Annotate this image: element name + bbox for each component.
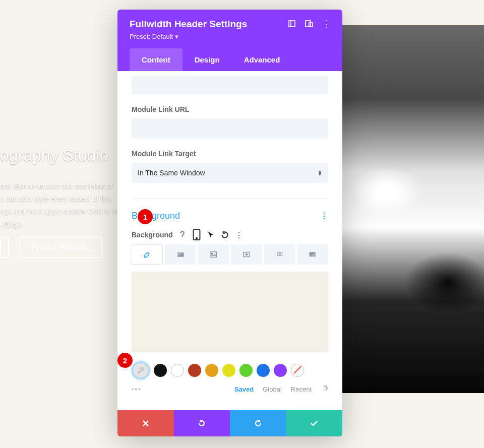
svg-rect-9 [277, 252, 278, 254]
palette-purple[interactable] [274, 364, 287, 377]
section-menu-icon[interactable]: ⋮ [320, 211, 328, 221]
background-label: Background [132, 231, 173, 239]
tab-advanced[interactable]: Advanced [232, 48, 292, 71]
palette-more-icon[interactable]: ••• [132, 386, 142, 393]
bg-tab-color[interactable] [132, 244, 163, 265]
svg-rect-14 [281, 254, 282, 256]
prev-field-input[interactable] [132, 76, 328, 94]
annotation-marker-2: 2 [117, 353, 133, 368]
hero-buttons: Project Planning [0, 237, 102, 258]
bg-tab-gradient[interactable] [165, 244, 196, 265]
svg-rect-12 [277, 254, 278, 256]
palette-red[interactable] [188, 364, 201, 377]
responsive-icon[interactable] [305, 20, 313, 28]
bg-tab-image[interactable] [198, 244, 229, 265]
chevron-down-icon: ▾ [175, 33, 178, 40]
modal-header: Fullwidth Header Settings Preset: Defaul… [117, 10, 342, 71]
svg-rect-13 [279, 254, 281, 256]
link-target-value: In The Same Window [138, 169, 205, 177]
link-url-label: Module Link URL [132, 105, 328, 113]
bg-tab-mask[interactable] [297, 244, 328, 265]
modal-tabs: Content Design Advanced [130, 48, 330, 71]
background-section-header: Background ⋮ [132, 198, 328, 221]
select-arrows-icon: ▲▼ [318, 170, 322, 176]
project-planning-button[interactable]: Project Planning [19, 237, 102, 258]
menu-icon[interactable]: ⋮ [322, 20, 330, 28]
help-icon[interactable]: ? [178, 230, 187, 239]
save-button[interactable] [286, 410, 343, 436]
palette-green[interactable] [239, 364, 253, 377]
hero-button-cut[interactable] [0, 237, 9, 258]
modal-body[interactable]: Module Link URL Module Link Target In Th… [117, 71, 342, 410]
svg-rect-10 [279, 252, 281, 254]
hero-text: ography Studio ere. Edit or remove this … [0, 146, 118, 231]
link-url-input[interactable] [132, 118, 328, 139]
modal-footer [117, 410, 342, 436]
svg-rect-11 [281, 252, 282, 254]
settings-modal: Fullwidth Header Settings Preset: Defaul… [117, 10, 342, 436]
annotation-marker-1: 1 [138, 209, 153, 224]
bg-tab-video[interactable] [231, 244, 262, 265]
palette-transparent[interactable] [291, 364, 304, 377]
more-icon[interactable]: ⋮ [234, 230, 244, 239]
svg-rect-1 [306, 21, 311, 27]
palette-yellow[interactable] [222, 364, 235, 377]
link-target-label: Module Link Target [132, 150, 328, 158]
hero-line: u can also style every aspect of this [0, 195, 111, 203]
svg-point-4 [196, 238, 197, 239]
color-preview[interactable] [132, 272, 328, 352]
palette-global[interactable]: Global [263, 386, 282, 393]
palette-black[interactable] [154, 364, 167, 377]
svg-rect-0 [289, 21, 295, 27]
cancel-button[interactable] [117, 410, 174, 436]
expand-icon[interactable] [288, 20, 296, 28]
tab-content[interactable]: Content [130, 48, 183, 71]
hero-line: ere. Edit or remove this text inline or [0, 182, 113, 190]
palette-settings-icon[interactable] [321, 385, 328, 394]
palette-white[interactable] [171, 364, 184, 377]
background-type-tabs [132, 244, 328, 265]
preset-selector[interactable]: Preset: Default ▾ [130, 33, 178, 40]
modal-title: Fullwidth Header Settings [130, 19, 247, 30]
undo-button[interactable] [174, 410, 230, 436]
tab-design[interactable]: Design [183, 48, 232, 71]
svg-point-7 [211, 253, 212, 254]
palette-source-row: ••• Saved Global Recent [132, 385, 328, 394]
link-target-select[interactable]: In The Same Window ▲▼ [132, 163, 328, 183]
palette-saved[interactable]: Saved [234, 386, 254, 393]
eyedropper-button[interactable] [132, 361, 150, 379]
redo-button[interactable] [230, 410, 286, 436]
bg-tab-pattern[interactable] [264, 244, 295, 265]
palette-recent[interactable]: Recent [291, 386, 312, 393]
hover-icon[interactable] [206, 230, 215, 239]
hero-line: ngs and even apply custom CSS to th [0, 207, 118, 215]
palette-blue[interactable] [257, 364, 270, 377]
palette-orange[interactable] [205, 364, 218, 377]
reset-icon[interactable] [220, 230, 229, 239]
tablet-icon[interactable] [192, 230, 201, 239]
svg-rect-6 [210, 252, 217, 258]
hero-line: ettings. [0, 220, 23, 228]
hero-title: ography Studio [0, 146, 118, 165]
color-palette [132, 361, 328, 379]
preset-label: Preset: Default [130, 33, 173, 40]
